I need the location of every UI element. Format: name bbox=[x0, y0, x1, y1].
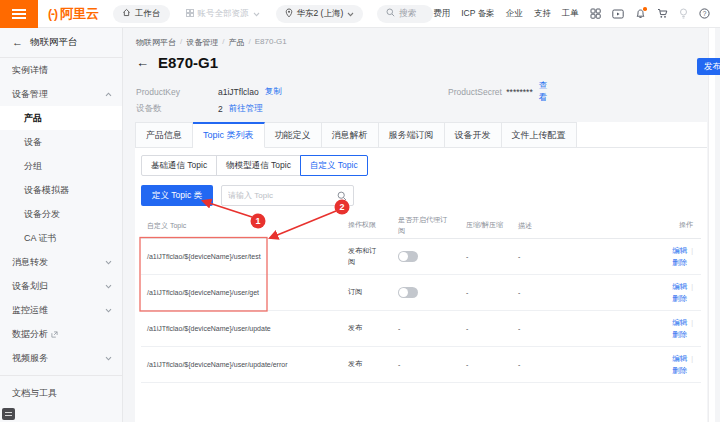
workbench-button[interactable]: 工作台 bbox=[113, 5, 170, 23]
sidebar-title: 物联网平台 bbox=[30, 36, 78, 49]
edit-link[interactable]: 编辑 bbox=[672, 353, 687, 365]
topbar-link-ticket[interactable]: 工单 bbox=[562, 8, 579, 20]
edit-link[interactable]: 编辑 bbox=[672, 317, 687, 329]
topbar: (-) 阿里云 工作台 账号全部资源 华东2 (上海) 搜索 费用 ICP 备案… bbox=[0, 0, 720, 28]
account-scope-dropdown[interactable]: 账号全部资源 bbox=[186, 8, 260, 20]
proxy-toggle-off[interactable] bbox=[398, 287, 418, 298]
breadcrumb-item[interactable]: 产品 bbox=[228, 37, 244, 48]
manage-link[interactable]: 前往管理 bbox=[229, 103, 263, 115]
subtab-custom-topic[interactable]: 自定义 Topic bbox=[300, 155, 368, 176]
actions-cell: 编辑| 删除 bbox=[672, 317, 701, 341]
tab-topic-list[interactable]: Topic 类列表 bbox=[193, 122, 265, 148]
delete-link[interactable]: 删除 bbox=[672, 293, 687, 305]
edit-link[interactable]: 编辑 bbox=[672, 281, 687, 293]
sidebar-item-docs-tools[interactable]: 文档与工具 bbox=[0, 381, 122, 405]
tab-device-development[interactable]: 设备开发 bbox=[445, 122, 502, 148]
compress-cell: - bbox=[466, 361, 518, 368]
product-key-label: ProductKey bbox=[136, 87, 218, 97]
sidebar-item-device-distribution[interactable]: 设备分发 bbox=[0, 202, 122, 226]
subtab-basic-topic[interactable]: 基础通信 Topic bbox=[141, 155, 217, 176]
sidebar-item-ca-certificate[interactable]: CA 证书 bbox=[0, 226, 122, 250]
proxy-toggle-off[interactable] bbox=[398, 251, 418, 262]
topic-cell: /a1iJTflclao/${deviceName}/user/get bbox=[141, 289, 348, 296]
breadcrumb: 物联网平台 / 设备管理 / 产品 / E870-G1 bbox=[136, 37, 287, 48]
tab-file-upload-config[interactable]: 文件上传配置 bbox=[502, 122, 577, 148]
subtab-model-topic[interactable]: 物模型通信 Topic bbox=[216, 155, 301, 176]
tab-product-info[interactable]: 产品信息 bbox=[135, 122, 193, 148]
sidebar-item-product[interactable]: 产品 bbox=[0, 106, 122, 130]
lightbulb-icon[interactable] bbox=[679, 8, 688, 19]
sidebar-item-device-assignment[interactable]: 设备划归 bbox=[0, 274, 122, 298]
sidebar-item-instance-details[interactable]: 实例详情 bbox=[0, 58, 122, 82]
app-grid-icon[interactable] bbox=[590, 8, 601, 19]
table-header: 自定义 Topic 操作权限 是否开启代理订阅 压缩/解压缩 描述 操作 bbox=[141, 213, 701, 239]
hamburger-icon bbox=[12, 13, 26, 15]
topbar-link-billing[interactable]: 费用 bbox=[433, 8, 450, 20]
product-secret-value: ******** bbox=[506, 87, 532, 97]
publish-button[interactable]: 发布 bbox=[697, 58, 720, 75]
copy-link[interactable]: 复制 bbox=[265, 86, 282, 98]
topic-cell: /a1iJTflclao/${deviceName}/user/update bbox=[141, 325, 348, 332]
chevron-up-icon bbox=[105, 92, 112, 97]
topbar-link-support[interactable]: 支持 bbox=[534, 8, 551, 20]
region-selector[interactable]: 华东2 (上海) bbox=[276, 5, 364, 23]
cart-icon[interactable] bbox=[657, 8, 668, 19]
aliyun-logo-icon: (-) bbox=[48, 7, 57, 21]
topbar-right: 费用 ICP 备案 企业 支持 工单 ? 简体 bbox=[433, 2, 720, 26]
topbar-link-enterprise[interactable]: 企业 bbox=[506, 8, 523, 20]
back-icon[interactable]: ← bbox=[12, 37, 23, 48]
video-icon[interactable] bbox=[612, 9, 624, 19]
delete-link[interactable]: 删除 bbox=[672, 257, 687, 269]
tab-server-subscription[interactable]: 服务端订阅 bbox=[379, 122, 445, 148]
chevron-down-icon bbox=[105, 308, 112, 313]
delete-link[interactable]: 删除 bbox=[672, 329, 687, 341]
sidebar-item-device-management[interactable]: 设备管理 bbox=[0, 82, 122, 106]
search-icon[interactable] bbox=[337, 187, 347, 205]
help-icon[interactable]: ? bbox=[699, 8, 710, 19]
chevron-down-icon bbox=[105, 260, 112, 265]
back-icon[interactable]: ← bbox=[136, 56, 149, 69]
description-cell: - bbox=[518, 253, 578, 260]
sidebar-item-video-service[interactable]: 视频服务 bbox=[0, 346, 122, 370]
aliyun-logo[interactable]: (-) 阿里云 bbox=[48, 5, 99, 23]
delete-link[interactable]: 删除 bbox=[672, 365, 687, 377]
product-secret-label: ProductSecret bbox=[448, 87, 506, 97]
edit-link[interactable]: 编辑 bbox=[672, 245, 687, 257]
tab-function-definition[interactable]: 功能定义 bbox=[265, 122, 322, 148]
header-custom-topic: 自定义 Topic bbox=[141, 221, 348, 231]
sidebar: ← 物联网平台 实例详情 设备管理 产品 设备 分组 设备模拟器 设备分发 CA… bbox=[0, 28, 123, 422]
table-row: /a1iJTflclao/${deviceName}/user/update/e… bbox=[141, 347, 701, 383]
permission-cell: 发布 bbox=[348, 323, 398, 334]
topic-search-box bbox=[221, 185, 354, 206]
tab-message-parsing[interactable]: 消息解析 bbox=[322, 122, 379, 148]
floating-widget[interactable] bbox=[2, 408, 15, 420]
sidebar-item-monitoring-ops[interactable]: 监控运维 bbox=[0, 298, 122, 322]
actions-cell: 编辑| 删除 bbox=[672, 245, 701, 269]
bell-icon[interactable] bbox=[635, 8, 646, 19]
permission-cell: 发布 bbox=[348, 359, 398, 370]
define-topic-button[interactable]: 定义 Topic 类 bbox=[141, 185, 213, 206]
actions-cell: 编辑| 删除 bbox=[672, 353, 701, 377]
description-cell: - bbox=[518, 361, 578, 368]
sidebar-divider bbox=[0, 375, 122, 376]
topic-search-input[interactable] bbox=[228, 191, 333, 200]
sidebar-item-device[interactable]: 设备 bbox=[0, 130, 122, 154]
view-link[interactable]: 查看 bbox=[539, 80, 554, 104]
product-secret-row: ProductSecret ******** 查看 bbox=[448, 85, 554, 99]
sidebar-item-data-analytics[interactable]: 数据分析 bbox=[0, 322, 122, 346]
sidebar-item-message-forwarding[interactable]: 消息转发 bbox=[0, 250, 122, 274]
hamburger-menu-button[interactable] bbox=[0, 0, 38, 28]
screen: (-) 阿里云 工作台 账号全部资源 华东2 (上海) 搜索 费用 ICP 备案… bbox=[0, 0, 720, 422]
topbar-link-icp[interactable]: ICP 备案 bbox=[461, 8, 494, 20]
aliyun-logo-text: 阿里云 bbox=[60, 5, 99, 23]
scrollbar[interactable] bbox=[708, 28, 715, 422]
header-description: 描述 bbox=[518, 221, 578, 231]
sidebar-item-group[interactable]: 分组 bbox=[0, 154, 122, 178]
global-search[interactable]: 搜索 bbox=[377, 5, 433, 23]
breadcrumb-item[interactable]: 设备管理 bbox=[186, 37, 218, 48]
sidebar-header: ← 物联网平台 bbox=[0, 28, 122, 58]
device-count-label: 设备数 bbox=[136, 103, 218, 115]
sidebar-item-device-simulator[interactable]: 设备模拟器 bbox=[0, 178, 122, 202]
chevron-down-icon bbox=[105, 356, 112, 361]
breadcrumb-item[interactable]: 物联网平台 bbox=[136, 37, 176, 48]
